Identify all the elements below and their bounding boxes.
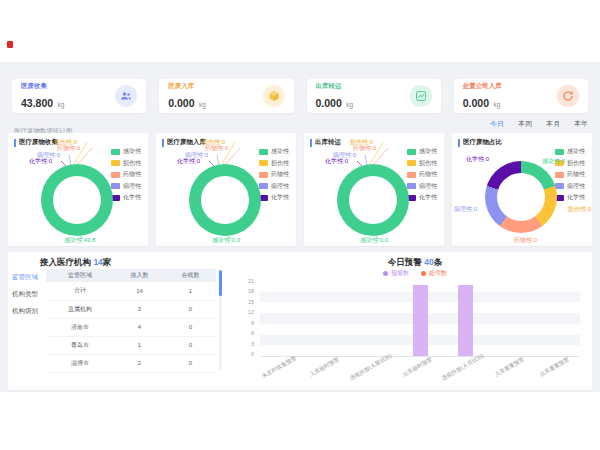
callout-label: 病理性:0 bbox=[454, 205, 477, 214]
kpi-value: 0.000 bbox=[168, 97, 194, 109]
kpi-label: 出库转运 bbox=[316, 82, 354, 91]
legend-item-pharma[interactable]: 药物性 bbox=[259, 170, 289, 179]
people-icon bbox=[115, 85, 137, 107]
refresh-icon bbox=[557, 85, 579, 107]
legend-swatch bbox=[259, 172, 268, 178]
table-scrollbar[interactable] bbox=[219, 270, 222, 370]
tab-month[interactable]: 本月 bbox=[546, 119, 560, 129]
kpi-card-collect: 医废收集 43.800 kg bbox=[12, 79, 146, 113]
callout-label: 药物性:0 bbox=[514, 236, 537, 245]
table-row: 青岛市10 bbox=[46, 336, 216, 354]
scrollbar-thumb[interactable] bbox=[219, 270, 222, 296]
legend-swatch bbox=[407, 149, 416, 155]
waste-legend: 感染性 损伤性 药物性 病理性 化学性 bbox=[555, 147, 585, 202]
callout-label: 化学性:0 bbox=[466, 155, 489, 164]
tab-today[interactable]: 今日 bbox=[490, 119, 504, 129]
kpi-unit: kg bbox=[58, 101, 65, 108]
legend-item-pharma[interactable]: 药物性 bbox=[407, 170, 437, 179]
bars bbox=[260, 281, 580, 356]
panel-title: 医疗废物入库 bbox=[167, 138, 206, 147]
legend-item-pathology[interactable]: 病理性 bbox=[259, 182, 289, 191]
donut-panel-collect: 医疗废物收集 感染性 损伤性 药物性 病理性 化学性 损伤性:0 药 bbox=[8, 133, 148, 246]
table-row: 济南市40 bbox=[46, 318, 216, 336]
table-row: 直属机构30 bbox=[46, 300, 216, 318]
tab-region[interactable]: 监管区域 bbox=[12, 273, 44, 282]
legend-item-infectious[interactable]: 感染性 bbox=[111, 147, 141, 156]
donut-hole bbox=[53, 176, 101, 224]
legend-item-handled-count[interactable]: 处理数 bbox=[421, 269, 447, 278]
waste-legend: 感染性 损伤性 药物性 病理性 化学性 bbox=[407, 147, 437, 202]
legend-item-chemical[interactable]: 化学性 bbox=[259, 193, 289, 202]
donut-hole bbox=[201, 176, 249, 224]
legend-item-infectious[interactable]: 感染性 bbox=[407, 147, 437, 156]
legend-swatch bbox=[407, 183, 416, 189]
title-accent-bar bbox=[14, 139, 16, 147]
panel-title: 出库转运 bbox=[315, 138, 341, 147]
legend-swatch bbox=[111, 149, 120, 155]
donut-chart bbox=[485, 161, 557, 233]
title-accent-bar bbox=[162, 139, 164, 147]
kpi-value: 43.800 bbox=[21, 97, 53, 109]
institutions-count: 14 bbox=[93, 257, 102, 267]
callout-label: 药物性:0 bbox=[205, 144, 228, 153]
legend-item-pathology[interactable]: 病理性 bbox=[111, 182, 141, 191]
title-accent-bar bbox=[458, 139, 460, 147]
legend-item-chemical[interactable]: 化学性 bbox=[555, 193, 585, 202]
institutions-title: 接入医疗机构 14家 bbox=[40, 257, 111, 269]
legend-item-injury[interactable]: 损伤性 bbox=[259, 159, 289, 168]
institutions-tabs: 监管区域 机构类型 机构级别 bbox=[12, 273, 44, 316]
legend-swatch bbox=[555, 183, 564, 189]
legend-dot bbox=[421, 271, 426, 276]
alerts-legend: 预警数 处理数 bbox=[238, 269, 592, 278]
table-row: 合计141 bbox=[46, 282, 216, 300]
donut-panel-instore: 医疗废物入库 感染性 损伤性 药物性 病理性 化学性 损伤性:0 药 bbox=[156, 133, 296, 246]
alerts-count: 40 bbox=[424, 257, 433, 267]
kpi-value: 0.000 bbox=[463, 97, 489, 109]
kpi-unit: kg bbox=[346, 101, 353, 108]
legend-swatch bbox=[259, 149, 268, 155]
legend-item-pharma[interactable]: 药物性 bbox=[555, 170, 585, 179]
legend-swatch bbox=[407, 160, 416, 166]
callout-label: 损伤性:0 bbox=[568, 205, 591, 214]
panel-title: 医疗废物收集 bbox=[19, 138, 58, 147]
legend-item-chemical[interactable]: 化学性 bbox=[407, 193, 437, 202]
legend-item-infectious[interactable]: 感染性 bbox=[555, 147, 585, 156]
alerts-y-axis: 21 18 15 12 9 6 3 0 bbox=[234, 279, 254, 357]
kpi-label: 处置公司入库 bbox=[463, 82, 502, 91]
legend-item-injury[interactable]: 损伤性 bbox=[407, 159, 437, 168]
donut-chart-row: 医疗废物收集 感染性 损伤性 药物性 病理性 化学性 损伤性:0 药 bbox=[8, 133, 592, 246]
bar bbox=[413, 285, 428, 356]
callout-label: 感染性:0.0 bbox=[360, 236, 388, 245]
legend-item-alert-count[interactable]: 预警数 bbox=[383, 269, 409, 278]
legend-item-injury[interactable]: 损伤性 bbox=[111, 159, 141, 168]
tab-week[interactable]: 本周 bbox=[518, 119, 532, 129]
tab-org-level[interactable]: 机构级别 bbox=[12, 307, 44, 316]
table-header-row: 监管区域 接入数 在线数 bbox=[46, 269, 216, 282]
legend-swatch bbox=[259, 160, 268, 166]
tab-org-type[interactable]: 机构类型 bbox=[12, 290, 44, 299]
legend-item-chemical[interactable]: 化学性 bbox=[111, 193, 141, 202]
title-accent-bar bbox=[310, 139, 312, 147]
kpi-label: 医废收集 bbox=[21, 82, 64, 91]
institutions-table: 监管区域 接入数 在线数 合计141 直属机构30 济南市40 bbox=[46, 269, 216, 373]
legend-item-pathology[interactable]: 病理性 bbox=[555, 182, 585, 191]
col-header-online: 在线数 bbox=[165, 269, 216, 282]
callout-label: 化学性:0 bbox=[29, 157, 52, 166]
callout-label: 感染性:0 bbox=[542, 157, 565, 166]
legend-item-infectious[interactable]: 感染性 bbox=[259, 147, 289, 156]
donut-chart bbox=[189, 164, 261, 236]
waste-legend: 感染性 损伤性 药物性 病理性 化学性 bbox=[259, 147, 289, 202]
donut-chart bbox=[337, 164, 409, 236]
medical-waste-dashboard: 医废收集 43.800 kg 医废入库 0.000 kg bbox=[0, 0, 600, 450]
trend-icon bbox=[410, 85, 432, 107]
alerts-x-axis: 未及时收集预警 入库超时预警 违规投放(人脸识别) 出库超时预警 违规投放(人员… bbox=[260, 360, 580, 382]
tab-year[interactable]: 本年 bbox=[574, 119, 588, 129]
donut-panel-proportion: 医疗废物占比 感染性 损伤性 药物性 病理性 化学性 化学性:0 感染性:0 损… bbox=[452, 133, 592, 246]
legend-swatch bbox=[111, 183, 120, 189]
legend-item-pharma[interactable]: 药物性 bbox=[111, 170, 141, 179]
callout-label: 感染性:43.8 bbox=[64, 236, 95, 245]
alerts-bar-chart bbox=[260, 281, 580, 357]
kpi-unit: kg bbox=[199, 101, 206, 108]
legend-item-pathology[interactable]: 病理性 bbox=[407, 182, 437, 191]
col-header-connected: 接入数 bbox=[114, 269, 165, 282]
